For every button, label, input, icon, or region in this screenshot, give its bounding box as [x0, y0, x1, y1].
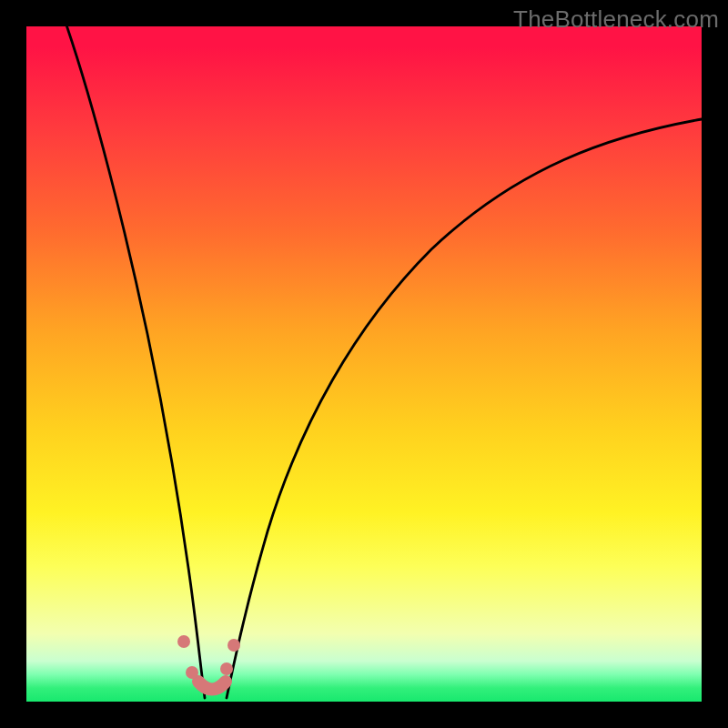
marker-point-2 [186, 666, 198, 679]
plot-area [26, 26, 702, 702]
chart-frame: TheBottleneck.com [0, 0, 728, 728]
marker-point-4 [228, 639, 240, 652]
chart-svg [26, 26, 702, 702]
marker-cluster-u [198, 682, 226, 690]
watermark-text: TheBottleneck.com [513, 5, 719, 34]
curve-left-branch [67, 26, 206, 698]
marker-point-1 [177, 635, 190, 648]
curve-right-branch [227, 119, 702, 698]
marker-point-3 [220, 662, 233, 675]
